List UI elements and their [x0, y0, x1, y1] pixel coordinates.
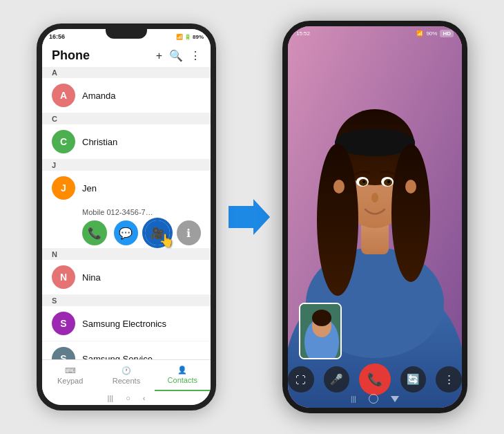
phone-right: 15:52 📶 90% HD — [282, 21, 467, 413]
self-view — [299, 303, 342, 359]
svg-point-24 — [312, 310, 331, 326]
flip-camera-button[interactable]: 🔄 — [400, 366, 427, 393]
avatar-nina: N — [52, 265, 75, 289]
mute-icon: 🎤 — [330, 373, 343, 386]
section-n: N — [42, 249, 211, 260]
keypad-label: Keypad — [57, 377, 83, 385]
svg-point-15 — [362, 180, 365, 183]
time-right: 15:52 — [296, 30, 310, 37]
notch-left — [106, 29, 147, 39]
arrow-right-icon — [229, 199, 270, 235]
add-icon[interactable]: + — [156, 50, 162, 62]
contact-nina[interactable]: N Nina — [42, 260, 211, 295]
name-samsung-electronics: Samsung Electronics — [82, 319, 166, 329]
scene: 16:56 📶 🔋 89% Phone + 🔍 ⋮ A A Amanda — [0, 0, 504, 434]
svg-point-18 — [333, 180, 345, 194]
self-view-video — [300, 304, 342, 359]
gesture-bars: ||| — [108, 394, 114, 402]
contact-samsung-electronics[interactable]: S Samsung Electronics — [42, 306, 211, 341]
time-left: 16:56 — [49, 33, 65, 40]
video-call-button[interactable]: 🎥 👆 — [145, 220, 170, 245]
section-c: C — [42, 113, 211, 124]
end-call-icon: 📞 — [367, 372, 382, 387]
call-icon: 📞 — [88, 227, 101, 240]
name-samsung-service: Samsung Service — [82, 354, 153, 360]
section-s: S — [42, 295, 211, 306]
gesture-back-right — [391, 396, 399, 402]
action-buttons: 📞 💬 🎥 👆 ℹ — [82, 220, 201, 245]
svg-point-10 — [391, 144, 430, 282]
gesture-bars-right: ||| — [351, 395, 356, 403]
svg-point-17 — [371, 193, 378, 202]
svg-point-19 — [405, 180, 416, 194]
flip-icon: 🔄 — [407, 373, 420, 386]
name-nina: Nina — [82, 272, 101, 283]
recents-icon: 🕐 — [122, 366, 131, 375]
more-icon[interactable]: ⋮ — [190, 49, 201, 62]
section-a: A — [42, 67, 211, 78]
svg-point-9 — [317, 144, 358, 296]
recents-label: Recents — [113, 377, 140, 385]
gesture-bar-right: ||| — [288, 393, 462, 405]
mute-button[interactable]: 🎤 — [324, 366, 350, 393]
gesture-back: ‹ — [143, 394, 146, 402]
contacts-label: Contacts — [168, 376, 197, 384]
avatar-jen: J — [52, 176, 75, 200]
avatar-samsung-e: S — [52, 312, 75, 335]
avatar-amanda: A — [52, 84, 75, 107]
gesture-bar-left: ||| ○ ‹ — [42, 391, 211, 405]
call-controls: ⛶ 🎤 📞 🔄 ⋮ — [288, 364, 462, 395]
jen-phone: Mobile 012-3456-7… — [82, 208, 201, 216]
screen-off-button[interactable]: ⛶ — [288, 366, 314, 393]
contacts-list: A A Amanda C C Christian J J Jen Mobile … — [42, 67, 211, 359]
jen-expanded: Mobile 012-3456-7… 📞 💬 🎥 👆 — [52, 208, 201, 245]
call-button[interactable]: 📞 — [82, 220, 107, 245]
right-status-icons: 📶 90% HD — [416, 30, 454, 37]
keypad-icon: ⌨ — [65, 366, 76, 375]
status-bar-right: 15:52 📶 90% HD — [288, 26, 462, 40]
search-icon[interactable]: 🔍 — [169, 49, 183, 62]
contact-christian[interactable]: C Christian — [42, 124, 211, 160]
header-icons: + 🔍 ⋮ — [156, 49, 201, 62]
message-button[interactable]: 💬 — [114, 220, 139, 245]
end-call-button[interactable]: 📞 — [359, 364, 391, 395]
bottom-nav: ⌨ Keypad 🕐 Recents 👤 Contacts — [42, 359, 211, 391]
svg-point-16 — [387, 180, 390, 183]
info-button[interactable]: ℹ — [177, 220, 202, 245]
tab-keypad[interactable]: ⌨ Keypad — [42, 360, 98, 391]
avatar-samsung-s: S — [52, 347, 75, 359]
gesture-home-right — [369, 394, 378, 404]
phone-left: 16:56 📶 🔋 89% Phone + 🔍 ⋮ A A Amanda — [37, 23, 216, 411]
info-icon: ℹ — [186, 227, 191, 240]
phone-header: Phone + 🔍 ⋮ — [42, 44, 211, 67]
contact-amanda[interactable]: A Amanda — [42, 78, 211, 113]
name-amanda: Amanda — [82, 91, 115, 101]
gesture-home: ○ — [126, 394, 130, 402]
name-jen: Jen — [82, 183, 97, 194]
status-icons-left: 📶 🔋 89% — [176, 34, 204, 40]
screen-off-icon: ⛶ — [295, 374, 306, 386]
arrow-container — [229, 199, 270, 235]
more-icon: ⋮ — [444, 373, 454, 386]
svg-marker-0 — [229, 199, 270, 235]
phone-title: Phone — [52, 48, 90, 63]
more-options-button[interactable]: ⋮ — [436, 366, 462, 393]
tab-contacts[interactable]: 👤 Contacts — [155, 360, 211, 391]
msg-icon: 💬 — [119, 227, 133, 240]
avatar-christian: C — [52, 130, 75, 153]
contact-samsung-service[interactable]: S Samsung Service — [42, 341, 211, 359]
contact-jen[interactable]: J Jen Mobile 012-3456-7… 📞 💬 🎥 👆 — [42, 171, 211, 249]
contacts-icon: 👤 — [177, 366, 187, 375]
video-icon: 🎥 — [151, 227, 164, 240]
tab-recents[interactable]: 🕐 Recents — [98, 360, 154, 391]
name-christian: Christian — [82, 137, 117, 147]
hd-badge: HD — [440, 30, 454, 37]
section-j: J — [42, 160, 211, 171]
